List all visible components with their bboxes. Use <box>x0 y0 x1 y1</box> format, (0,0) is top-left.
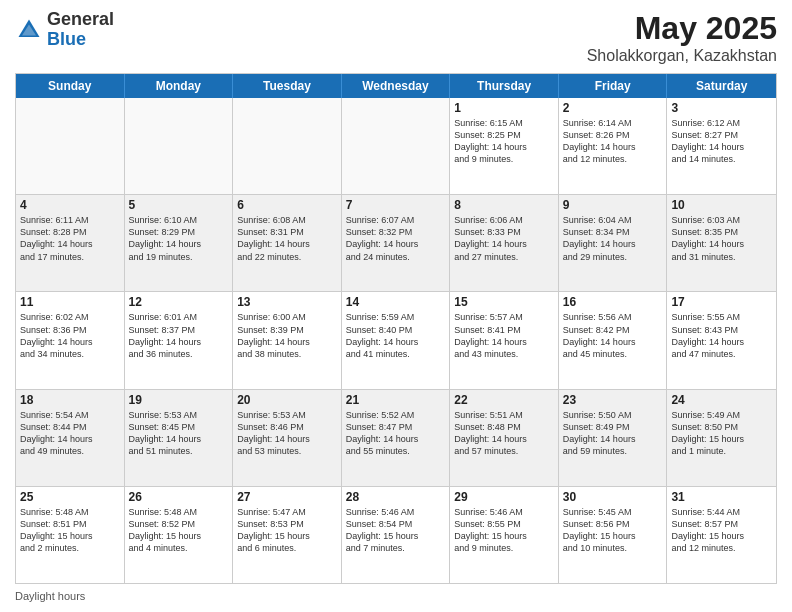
day-number: 21 <box>346 393 446 407</box>
day-number: 29 <box>454 490 554 504</box>
day-number: 27 <box>237 490 337 504</box>
cal-cell: 23Sunrise: 5:50 AM Sunset: 8:49 PM Dayli… <box>559 390 668 486</box>
cell-info: Sunrise: 6:14 AM Sunset: 8:26 PM Dayligh… <box>563 117 663 166</box>
day-number: 18 <box>20 393 120 407</box>
cell-info: Sunrise: 5:49 AM Sunset: 8:50 PM Dayligh… <box>671 409 772 458</box>
header: General Blue May 2025 Sholakkorgan, Kaza… <box>15 10 777 65</box>
day-number: 6 <box>237 198 337 212</box>
cell-info: Sunrise: 6:11 AM Sunset: 8:28 PM Dayligh… <box>20 214 120 263</box>
cell-info: Sunrise: 5:48 AM Sunset: 8:52 PM Dayligh… <box>129 506 229 555</box>
cal-header-friday: Friday <box>559 74 668 98</box>
footer: Daylight hours <box>15 590 777 602</box>
cal-cell <box>16 98 125 194</box>
cal-cell: 12Sunrise: 6:01 AM Sunset: 8:37 PM Dayli… <box>125 292 234 388</box>
cal-cell: 2Sunrise: 6:14 AM Sunset: 8:26 PM Daylig… <box>559 98 668 194</box>
cal-week-2: 4Sunrise: 6:11 AM Sunset: 8:28 PM Daylig… <box>16 195 776 292</box>
logo-blue: Blue <box>47 30 114 50</box>
day-number: 22 <box>454 393 554 407</box>
cal-cell: 28Sunrise: 5:46 AM Sunset: 8:54 PM Dayli… <box>342 487 451 583</box>
cell-info: Sunrise: 5:45 AM Sunset: 8:56 PM Dayligh… <box>563 506 663 555</box>
cal-cell <box>125 98 234 194</box>
cal-header-wednesday: Wednesday <box>342 74 451 98</box>
logo-text: General Blue <box>47 10 114 50</box>
cal-cell: 21Sunrise: 5:52 AM Sunset: 8:47 PM Dayli… <box>342 390 451 486</box>
cal-cell: 5Sunrise: 6:10 AM Sunset: 8:29 PM Daylig… <box>125 195 234 291</box>
month-year: May 2025 <box>587 10 777 47</box>
day-number: 10 <box>671 198 772 212</box>
cal-cell: 10Sunrise: 6:03 AM Sunset: 8:35 PM Dayli… <box>667 195 776 291</box>
cell-info: Sunrise: 5:59 AM Sunset: 8:40 PM Dayligh… <box>346 311 446 360</box>
day-number: 23 <box>563 393 663 407</box>
cell-info: Sunrise: 5:44 AM Sunset: 8:57 PM Dayligh… <box>671 506 772 555</box>
logo: General Blue <box>15 10 114 50</box>
day-number: 12 <box>129 295 229 309</box>
cell-info: Sunrise: 5:47 AM Sunset: 8:53 PM Dayligh… <box>237 506 337 555</box>
cal-cell: 3Sunrise: 6:12 AM Sunset: 8:27 PM Daylig… <box>667 98 776 194</box>
cell-info: Sunrise: 5:56 AM Sunset: 8:42 PM Dayligh… <box>563 311 663 360</box>
day-number: 3 <box>671 101 772 115</box>
cell-info: Sunrise: 5:55 AM Sunset: 8:43 PM Dayligh… <box>671 311 772 360</box>
cal-cell: 22Sunrise: 5:51 AM Sunset: 8:48 PM Dayli… <box>450 390 559 486</box>
day-number: 31 <box>671 490 772 504</box>
cal-week-4: 18Sunrise: 5:54 AM Sunset: 8:44 PM Dayli… <box>16 390 776 487</box>
cal-cell: 8Sunrise: 6:06 AM Sunset: 8:33 PM Daylig… <box>450 195 559 291</box>
cal-cell: 7Sunrise: 6:07 AM Sunset: 8:32 PM Daylig… <box>342 195 451 291</box>
day-number: 1 <box>454 101 554 115</box>
location: Sholakkorgan, Kazakhstan <box>587 47 777 65</box>
day-number: 24 <box>671 393 772 407</box>
day-number: 16 <box>563 295 663 309</box>
cal-cell: 24Sunrise: 5:49 AM Sunset: 8:50 PM Dayli… <box>667 390 776 486</box>
cal-cell: 20Sunrise: 5:53 AM Sunset: 8:46 PM Dayli… <box>233 390 342 486</box>
calendar-header-row: SundayMondayTuesdayWednesdayThursdayFrid… <box>16 74 776 98</box>
cell-info: Sunrise: 6:15 AM Sunset: 8:25 PM Dayligh… <box>454 117 554 166</box>
cal-header-monday: Monday <box>125 74 234 98</box>
day-number: 7 <box>346 198 446 212</box>
day-number: 30 <box>563 490 663 504</box>
day-number: 19 <box>129 393 229 407</box>
day-number: 2 <box>563 101 663 115</box>
day-number: 15 <box>454 295 554 309</box>
logo-icon <box>15 16 43 44</box>
day-number: 8 <box>454 198 554 212</box>
cal-week-3: 11Sunrise: 6:02 AM Sunset: 8:36 PM Dayli… <box>16 292 776 389</box>
cell-info: Sunrise: 6:07 AM Sunset: 8:32 PM Dayligh… <box>346 214 446 263</box>
cal-cell: 30Sunrise: 5:45 AM Sunset: 8:56 PM Dayli… <box>559 487 668 583</box>
cell-info: Sunrise: 5:53 AM Sunset: 8:46 PM Dayligh… <box>237 409 337 458</box>
cell-info: Sunrise: 5:52 AM Sunset: 8:47 PM Dayligh… <box>346 409 446 458</box>
cell-info: Sunrise: 5:51 AM Sunset: 8:48 PM Dayligh… <box>454 409 554 458</box>
cal-header-thursday: Thursday <box>450 74 559 98</box>
cell-info: Sunrise: 5:53 AM Sunset: 8:45 PM Dayligh… <box>129 409 229 458</box>
cal-cell: 13Sunrise: 6:00 AM Sunset: 8:39 PM Dayli… <box>233 292 342 388</box>
cell-info: Sunrise: 5:57 AM Sunset: 8:41 PM Dayligh… <box>454 311 554 360</box>
cell-info: Sunrise: 5:46 AM Sunset: 8:55 PM Dayligh… <box>454 506 554 555</box>
cal-cell <box>342 98 451 194</box>
cell-info: Sunrise: 6:12 AM Sunset: 8:27 PM Dayligh… <box>671 117 772 166</box>
daylight-label: Daylight hours <box>15 590 85 602</box>
cal-cell: 19Sunrise: 5:53 AM Sunset: 8:45 PM Dayli… <box>125 390 234 486</box>
day-number: 13 <box>237 295 337 309</box>
page: General Blue May 2025 Sholakkorgan, Kaza… <box>0 0 792 612</box>
day-number: 25 <box>20 490 120 504</box>
cal-cell: 29Sunrise: 5:46 AM Sunset: 8:55 PM Dayli… <box>450 487 559 583</box>
cal-week-5: 25Sunrise: 5:48 AM Sunset: 8:51 PM Dayli… <box>16 487 776 583</box>
title-block: May 2025 Sholakkorgan, Kazakhstan <box>587 10 777 65</box>
cal-cell: 31Sunrise: 5:44 AM Sunset: 8:57 PM Dayli… <box>667 487 776 583</box>
day-number: 28 <box>346 490 446 504</box>
cal-cell: 4Sunrise: 6:11 AM Sunset: 8:28 PM Daylig… <box>16 195 125 291</box>
cal-cell: 14Sunrise: 5:59 AM Sunset: 8:40 PM Dayli… <box>342 292 451 388</box>
cal-cell: 18Sunrise: 5:54 AM Sunset: 8:44 PM Dayli… <box>16 390 125 486</box>
cal-cell: 26Sunrise: 5:48 AM Sunset: 8:52 PM Dayli… <box>125 487 234 583</box>
calendar: SundayMondayTuesdayWednesdayThursdayFrid… <box>15 73 777 584</box>
cal-cell: 15Sunrise: 5:57 AM Sunset: 8:41 PM Dayli… <box>450 292 559 388</box>
cal-cell: 1Sunrise: 6:15 AM Sunset: 8:25 PM Daylig… <box>450 98 559 194</box>
day-number: 26 <box>129 490 229 504</box>
cell-info: Sunrise: 5:54 AM Sunset: 8:44 PM Dayligh… <box>20 409 120 458</box>
cal-cell: 27Sunrise: 5:47 AM Sunset: 8:53 PM Dayli… <box>233 487 342 583</box>
cal-header-tuesday: Tuesday <box>233 74 342 98</box>
day-number: 17 <box>671 295 772 309</box>
cell-info: Sunrise: 5:46 AM Sunset: 8:54 PM Dayligh… <box>346 506 446 555</box>
cell-info: Sunrise: 6:00 AM Sunset: 8:39 PM Dayligh… <box>237 311 337 360</box>
day-number: 5 <box>129 198 229 212</box>
cell-info: Sunrise: 6:08 AM Sunset: 8:31 PM Dayligh… <box>237 214 337 263</box>
cell-info: Sunrise: 6:03 AM Sunset: 8:35 PM Dayligh… <box>671 214 772 263</box>
